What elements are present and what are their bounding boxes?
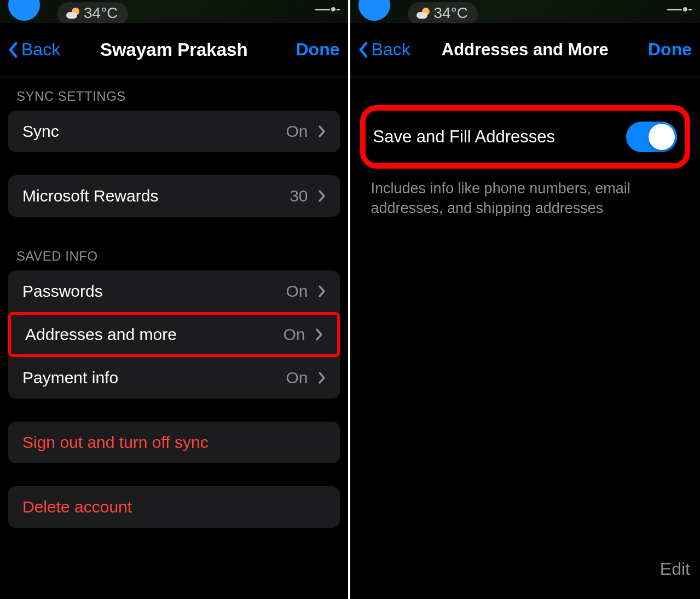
content-area: SYNC SETTINGS Sync On Microsoft Rewards … xyxy=(0,77,348,599)
group-sync: Sync On xyxy=(8,111,340,152)
row-sync[interactable]: Sync On xyxy=(8,111,340,152)
section-saved-info: SAVED INFO xyxy=(8,217,340,270)
weather-widget[interactable]: 34°C xyxy=(408,2,478,23)
chevron-right-icon xyxy=(318,371,326,384)
chevron-left-icon xyxy=(358,42,368,58)
chevron-left-icon xyxy=(8,42,18,58)
screen-profile: 34°C Back Swayam Prakash Done SYNC SETTI… xyxy=(0,0,350,599)
row-payment[interactable]: Payment info On xyxy=(8,357,340,399)
row-signout[interactable]: Sign out and turn off sync xyxy=(8,422,340,463)
row-delete-account[interactable]: Delete account xyxy=(8,486,340,528)
row-rewards[interactable]: Microsoft Rewards 30 xyxy=(8,175,340,217)
row-label: Addresses and more xyxy=(25,325,283,344)
row-label: Payment info xyxy=(22,368,286,387)
nav-bar: Back Addresses and More Done xyxy=(350,23,701,77)
back-button[interactable]: Back xyxy=(358,39,410,60)
row-value: On xyxy=(283,325,305,344)
back-label: Back xyxy=(21,39,60,60)
row-addresses[interactable]: Addresses and more On xyxy=(8,312,340,357)
page-title: Swayam Prakash xyxy=(100,39,248,60)
page-title: Addresses and More xyxy=(442,40,609,60)
brightness-slider-icon xyxy=(315,9,340,10)
edit-button[interactable]: Edit xyxy=(660,559,690,579)
switch-knob xyxy=(649,124,675,150)
group-rewards: Microsoft Rewards 30 xyxy=(8,175,340,217)
avatar xyxy=(358,0,390,21)
done-button[interactable]: Done xyxy=(648,39,692,60)
row-label: Sign out and turn off sync xyxy=(22,433,326,452)
weather-partly-cloudy-icon xyxy=(66,7,79,20)
avatar xyxy=(8,0,40,21)
toggle-description: Includes info like phone numbers, email … xyxy=(357,169,694,218)
weather-widget[interactable]: 34°C xyxy=(57,2,128,23)
nav-bar: Back Swayam Prakash Done xyxy=(0,23,348,77)
chevron-right-icon xyxy=(315,328,323,341)
row-label: Passwords xyxy=(22,282,286,301)
toggle-label: Save and Fill Addresses xyxy=(373,127,556,147)
row-label: Delete account xyxy=(22,498,326,516)
back-label: Back xyxy=(372,39,410,60)
row-value: On xyxy=(286,282,308,301)
save-fill-toggle[interactable] xyxy=(626,122,677,152)
weather-temperature: 34°C xyxy=(84,4,118,22)
status-bar: 34°C xyxy=(0,0,348,23)
status-bar: 34°C xyxy=(350,0,701,23)
weather-partly-cloudy-icon xyxy=(416,7,430,20)
row-value: On xyxy=(286,122,308,141)
group-signout: Sign out and turn off sync xyxy=(8,422,340,463)
done-button[interactable]: Done xyxy=(296,39,340,60)
brightness-slider-icon xyxy=(667,9,692,10)
row-value: On xyxy=(286,368,308,387)
row-save-fill-addresses[interactable]: Save and Fill Addresses xyxy=(360,105,691,169)
row-passwords[interactable]: Passwords On xyxy=(8,270,340,312)
section-sync-settings: SYNC SETTINGS xyxy=(8,77,340,111)
chevron-right-icon xyxy=(318,125,326,138)
group-delete: Delete account xyxy=(8,486,340,528)
chevron-right-icon xyxy=(318,285,326,298)
row-label: Sync xyxy=(22,122,286,141)
chevron-right-icon xyxy=(318,189,326,203)
weather-temperature: 34°C xyxy=(434,4,468,22)
content-area: Save and Fill Addresses Includes info li… xyxy=(350,77,701,599)
screen-addresses: 34°C Back Addresses and More Done Save a… xyxy=(350,0,701,599)
row-label: Microsoft Rewards xyxy=(22,187,290,205)
row-value: 30 xyxy=(290,187,308,205)
back-button[interactable]: Back xyxy=(8,39,60,60)
group-saved-info: Passwords On Addresses and more On Payme… xyxy=(8,270,340,399)
